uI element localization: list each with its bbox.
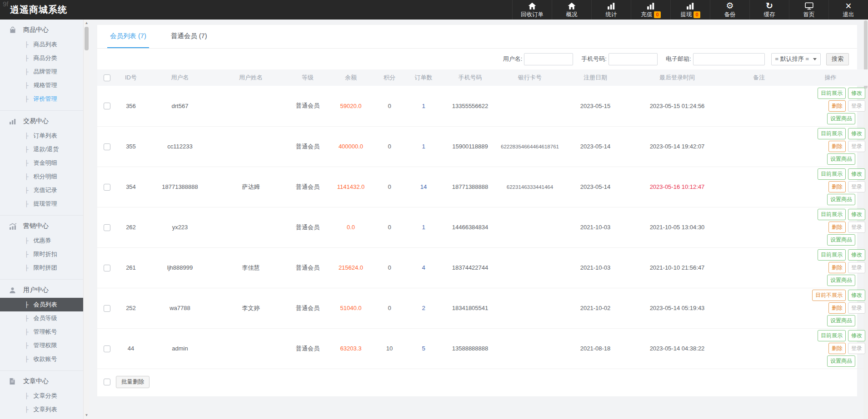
edit-button[interactable]: 修改 — [848, 249, 865, 261]
sidebar-item-brand-manage[interactable]: ├品牌管理 — [0, 65, 83, 79]
nav-item-recharge[interactable]: 充值0 — [631, 0, 670, 20]
order-count-link[interactable]: 5 — [422, 345, 425, 352]
sidebar-section-title-user-center[interactable]: 用户中心 — [0, 282, 83, 298]
show-toggle-button[interactable]: 目前展示 — [818, 330, 846, 341]
sidebar-item-time-discount[interactable]: ├限时折扣 — [0, 247, 83, 261]
sidebar-section-title-marketing-center[interactable]: 营销中心 — [0, 218, 83, 234]
row-checkbox[interactable] — [104, 184, 110, 191]
login-as-button[interactable]: 登录 — [848, 141, 865, 152]
login-as-button[interactable]: 登录 — [848, 262, 865, 273]
sidebar-item-refund-return[interactable]: ├退款/退货 — [0, 143, 83, 156]
sidebar-item-recharge-records[interactable]: ├充值记录 — [0, 183, 83, 197]
show-toggle-button[interactable]: 目前展示 — [818, 88, 846, 99]
edit-button[interactable]: 修改 — [848, 128, 865, 139]
show-toggle-button[interactable]: 目前展示 — [818, 128, 846, 139]
row-checkbox[interactable] — [104, 224, 110, 231]
login-as-button[interactable]: 登录 — [848, 302, 865, 314]
username-input[interactable] — [524, 53, 573, 65]
nav-item-homepage[interactable]: 首页 — [789, 0, 828, 20]
nav-item-stats[interactable]: 统计 — [591, 0, 631, 20]
sidebar-section-title-product-center[interactable]: 商品中心 — [0, 22, 83, 38]
sidebar-item-product-list[interactable]: ├商品列表 — [0, 38, 83, 51]
sidebar-item-product-category[interactable]: ├商品分类 — [0, 51, 83, 65]
order-count-link[interactable]: 4 — [422, 264, 425, 271]
tab-normal-member[interactable]: 普通会员 (7) — [168, 25, 210, 48]
login-as-button[interactable]: 登录 — [848, 181, 865, 192]
bulk-delete-button[interactable]: 批量删除 — [116, 376, 150, 388]
show-toggle-button[interactable]: 目前展示 — [818, 168, 846, 180]
set-goods-button[interactable]: 设置商品 — [827, 234, 855, 246]
search-button[interactable]: 搜索 — [826, 53, 849, 65]
select-all-checkbox[interactable] — [104, 74, 110, 81]
row-checkbox[interactable] — [104, 345, 110, 352]
cell-bank-card — [499, 288, 561, 328]
row-checkbox[interactable] — [104, 103, 110, 109]
set-goods-button[interactable]: 设置商品 — [827, 153, 855, 165]
set-goods-button[interactable]: 设置商品 — [827, 315, 855, 326]
edit-button[interactable]: 修改 — [848, 209, 865, 220]
sidebar-section-title-trade-center[interactable]: 交易中心 — [0, 113, 83, 129]
scroll-up-icon[interactable]: ▲ — [84, 20, 90, 26]
show-toggle-button[interactable]: 目前展示 — [818, 209, 846, 220]
nav-item-withdraw[interactable]: 提现0 — [670, 0, 710, 20]
phone-input[interactable] — [609, 53, 658, 65]
login-as-button[interactable]: 登录 — [848, 222, 865, 233]
set-goods-button[interactable]: 设置商品 — [827, 113, 855, 124]
sidebar-item-review-manage[interactable]: ├评价管理 — [0, 92, 83, 106]
order-count-link[interactable]: 14 — [420, 183, 427, 190]
sort-select[interactable]: = 默认排序 = — [771, 53, 821, 65]
sidebar-item-member-list[interactable]: ├会员列表 — [0, 298, 83, 311]
order-count-link[interactable]: 1 — [422, 103, 425, 109]
sidebar-item-admin-permissions[interactable]: ├管理权限 — [0, 339, 83, 352]
order-count-link[interactable]: 1 — [422, 143, 425, 150]
set-goods-button[interactable]: 设置商品 — [827, 275, 855, 286]
sidebar-scrollbar-thumb[interactable] — [85, 27, 89, 50]
sidebar-item-group-buy[interactable]: ├限时拼团 — [0, 261, 83, 275]
login-as-button[interactable]: 登录 — [848, 343, 865, 354]
set-goods-button[interactable]: 设置商品 — [827, 355, 855, 367]
sidebar-scrollbar[interactable]: ▲ ▼ — [83, 20, 89, 419]
order-count-link[interactable]: 2 — [422, 305, 425, 311]
show-toggle-button[interactable]: 目前不展示 — [812, 290, 846, 301]
edit-button[interactable]: 修改 — [848, 330, 865, 341]
email-input[interactable] — [693, 53, 765, 65]
delete-button[interactable]: 删除 — [828, 141, 846, 152]
sidebar-item-article-list[interactable]: ├文章列表 — [0, 403, 83, 416]
nav-item-backup[interactable]: ⚙备份 — [710, 0, 749, 20]
sidebar-item-coupon[interactable]: ├优惠券 — [0, 234, 83, 247]
sidebar-item-payee-accounts[interactable]: ├收款账号 — [0, 352, 83, 366]
sidebar-item-article-category[interactable]: ├文章分类 — [0, 389, 83, 403]
edit-button[interactable]: 修改 — [848, 290, 865, 301]
sidebar-item-order-list[interactable]: ├订单列表 — [0, 129, 83, 143]
delete-button[interactable]: 删除 — [828, 222, 846, 233]
nav-item-logout[interactable]: ×退出 — [828, 0, 868, 20]
row-checkbox[interactable] — [104, 305, 110, 312]
nav-item-cache[interactable]: ↻缓存 — [749, 0, 789, 20]
sidebar-item-admin-accounts[interactable]: ├管理帐号 — [0, 325, 83, 339]
column-header: 注册日期 — [561, 69, 629, 86]
set-goods-button[interactable]: 设置商品 — [827, 194, 855, 205]
sidebar-item-member-level[interactable]: ├会员等级 — [0, 311, 83, 325]
show-toggle-button[interactable]: 目前展示 — [818, 249, 846, 261]
delete-button[interactable]: 删除 — [828, 100, 846, 112]
row-checkbox[interactable] — [104, 265, 110, 271]
footer-select-all-checkbox[interactable] — [104, 379, 110, 385]
delete-button[interactable]: 删除 — [828, 302, 846, 314]
delete-button[interactable]: 删除 — [828, 262, 846, 273]
delete-button[interactable]: 删除 — [828, 181, 846, 192]
order-count-link[interactable]: 1 — [422, 224, 425, 231]
tab-member-list[interactable]: 会员列表 (7) — [107, 25, 149, 48]
row-checkbox[interactable] — [104, 143, 110, 150]
delete-button[interactable]: 删除 — [828, 343, 846, 354]
sidebar-section-title-article-center[interactable]: 文章中心 — [0, 374, 83, 389]
scroll-down-icon[interactable]: ▼ — [84, 413, 90, 418]
nav-item-recycle-orders[interactable]: 回收订单 — [512, 0, 552, 20]
sidebar-item-funds-detail[interactable]: ├资金明细 — [0, 156, 83, 170]
login-as-button[interactable]: 登录 — [848, 100, 865, 112]
sidebar-item-spec-manage[interactable]: ├规格管理 — [0, 79, 83, 92]
edit-button[interactable]: 修改 — [848, 88, 865, 99]
sidebar-item-points-detail[interactable]: ├积分明细 — [0, 170, 83, 183]
sidebar-item-withdraw-manage[interactable]: ├提现管理 — [0, 197, 83, 211]
nav-item-overview[interactable]: 概况 — [552, 0, 591, 20]
edit-button[interactable]: 修改 — [848, 168, 865, 180]
